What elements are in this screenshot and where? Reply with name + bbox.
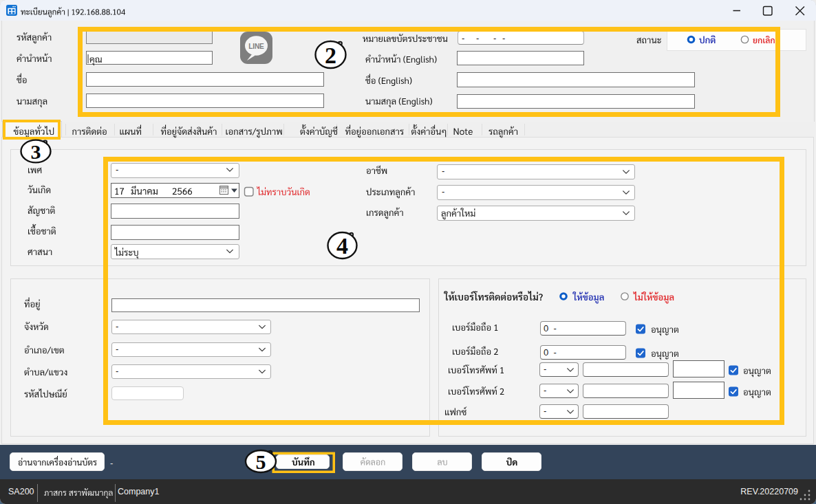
svg-text:5: 5 [256, 450, 266, 473]
svg-text:4: 4 [336, 233, 348, 259]
svg-text:3: 3 [31, 140, 41, 163]
svg-text:2: 2 [325, 43, 336, 68]
